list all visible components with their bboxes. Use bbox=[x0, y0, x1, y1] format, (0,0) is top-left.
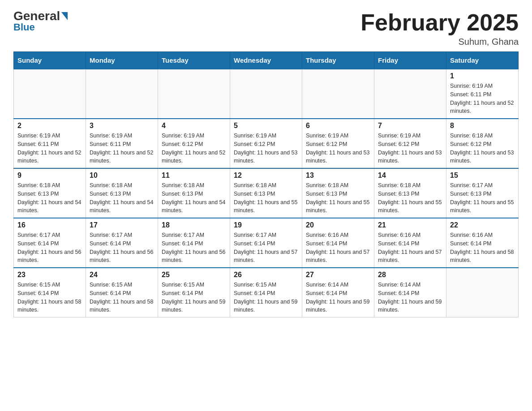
calendar-cell: 1 Sunrise: 6:19 AMSunset: 6:11 PMDayligh… bbox=[446, 69, 519, 119]
day-number: 14 bbox=[378, 171, 442, 180]
day-number: 24 bbox=[90, 271, 154, 279]
calendar-week-row: 9 Sunrise: 6:18 AMSunset: 6:13 PMDayligh… bbox=[14, 168, 519, 218]
calendar-cell: 23 Sunrise: 6:15 AMSunset: 6:14 PMDaylig… bbox=[14, 268, 86, 317]
calendar-cell: 15 Sunrise: 6:17 AMSunset: 6:13 PMDaylig… bbox=[446, 168, 519, 218]
day-number: 5 bbox=[234, 122, 298, 130]
calendar-cell bbox=[86, 69, 158, 119]
day-info: Sunrise: 6:19 AMSunset: 6:12 PMDaylight:… bbox=[306, 132, 370, 165]
day-number: 2 bbox=[17, 122, 82, 130]
day-number: 27 bbox=[306, 271, 370, 279]
calendar-cell: 20 Sunrise: 6:16 AMSunset: 6:14 PMDaylig… bbox=[302, 218, 374, 268]
calendar-cell: 10 Sunrise: 6:18 AMSunset: 6:13 PMDaylig… bbox=[86, 168, 158, 218]
month-title: February 2025 bbox=[360, 9, 519, 36]
calendar-cell: 9 Sunrise: 6:18 AMSunset: 6:13 PMDayligh… bbox=[14, 168, 86, 218]
calendar-header-tuesday: Tuesday bbox=[158, 52, 230, 69]
calendar-cell: 17 Sunrise: 6:17 AMSunset: 6:14 PMDaylig… bbox=[86, 218, 158, 268]
day-number: 19 bbox=[234, 221, 298, 229]
day-number: 4 bbox=[162, 122, 226, 130]
calendar-cell bbox=[14, 69, 86, 119]
calendar-cell: 14 Sunrise: 6:18 AMSunset: 6:13 PMDaylig… bbox=[374, 168, 446, 218]
day-number: 15 bbox=[450, 171, 515, 180]
day-info: Sunrise: 6:18 AMSunset: 6:13 PMDaylight:… bbox=[90, 181, 154, 215]
day-info: Sunrise: 6:18 AMSunset: 6:12 PMDaylight:… bbox=[450, 132, 515, 165]
calendar-cell: 21 Sunrise: 6:16 AMSunset: 6:14 PMDaylig… bbox=[374, 218, 446, 268]
calendar-cell: 12 Sunrise: 6:18 AMSunset: 6:13 PMDaylig… bbox=[230, 168, 302, 218]
calendar-cell: 18 Sunrise: 6:17 AMSunset: 6:14 PMDaylig… bbox=[158, 218, 230, 268]
day-number: 6 bbox=[306, 122, 370, 130]
day-info: Sunrise: 6:17 AMSunset: 6:13 PMDaylight:… bbox=[450, 181, 515, 215]
day-number: 23 bbox=[17, 271, 82, 279]
calendar-cell: 5 Sunrise: 6:19 AMSunset: 6:12 PMDayligh… bbox=[230, 119, 302, 168]
calendar-week-row: 2 Sunrise: 6:19 AMSunset: 6:11 PMDayligh… bbox=[14, 119, 519, 168]
day-number: 26 bbox=[234, 271, 298, 279]
calendar-cell bbox=[446, 268, 519, 317]
day-number: 1 bbox=[450, 72, 515, 80]
day-number: 11 bbox=[162, 171, 226, 180]
day-info: Sunrise: 6:18 AMSunset: 6:13 PMDaylight:… bbox=[162, 181, 226, 215]
calendar-table: SundayMondayTuesdayWednesdayThursdayFrid… bbox=[13, 51, 519, 317]
calendar-header-sunday: Sunday bbox=[14, 52, 86, 69]
logo: General Blue bbox=[13, 9, 68, 33]
day-number: 21 bbox=[378, 221, 442, 229]
day-info: Sunrise: 6:19 AMSunset: 6:11 PMDaylight:… bbox=[90, 132, 154, 165]
calendar-week-row: 23 Sunrise: 6:15 AMSunset: 6:14 PMDaylig… bbox=[14, 268, 519, 317]
day-number: 25 bbox=[162, 271, 226, 279]
calendar-cell: 4 Sunrise: 6:19 AMSunset: 6:12 PMDayligh… bbox=[158, 119, 230, 168]
day-number: 7 bbox=[378, 122, 442, 130]
day-info: Sunrise: 6:19 AMSunset: 6:11 PMDaylight:… bbox=[450, 82, 515, 116]
calendar-cell: 28 Sunrise: 6:14 AMSunset: 6:14 PMDaylig… bbox=[374, 268, 446, 317]
calendar-cell: 27 Sunrise: 6:14 AMSunset: 6:14 PMDaylig… bbox=[302, 268, 374, 317]
day-info: Sunrise: 6:17 AMSunset: 6:14 PMDaylight:… bbox=[17, 231, 82, 265]
page-header: General Blue February 2025 Suhum, Ghana bbox=[13, 9, 519, 47]
calendar-cell: 19 Sunrise: 6:17 AMSunset: 6:14 PMDaylig… bbox=[230, 218, 302, 268]
day-info: Sunrise: 6:15 AMSunset: 6:14 PMDaylight:… bbox=[162, 281, 226, 314]
day-number: 22 bbox=[450, 221, 515, 229]
calendar-cell bbox=[374, 69, 446, 119]
calendar-cell: 3 Sunrise: 6:19 AMSunset: 6:11 PMDayligh… bbox=[86, 119, 158, 168]
day-number: 9 bbox=[17, 171, 82, 180]
calendar-cell: 7 Sunrise: 6:19 AMSunset: 6:12 PMDayligh… bbox=[374, 119, 446, 168]
calendar-cell: 25 Sunrise: 6:15 AMSunset: 6:14 PMDaylig… bbox=[158, 268, 230, 317]
day-info: Sunrise: 6:14 AMSunset: 6:14 PMDaylight:… bbox=[306, 281, 370, 314]
location-label: Suhum, Ghana bbox=[360, 37, 519, 47]
day-info: Sunrise: 6:19 AMSunset: 6:11 PMDaylight:… bbox=[17, 132, 82, 165]
calendar-header-wednesday: Wednesday bbox=[230, 52, 302, 69]
day-info: Sunrise: 6:17 AMSunset: 6:14 PMDaylight:… bbox=[90, 231, 154, 265]
day-number: 12 bbox=[234, 171, 298, 180]
calendar-header-thursday: Thursday bbox=[302, 52, 374, 69]
calendar-header-monday: Monday bbox=[86, 52, 158, 69]
calendar-cell: 11 Sunrise: 6:18 AMSunset: 6:13 PMDaylig… bbox=[158, 168, 230, 218]
day-number: 20 bbox=[306, 221, 370, 229]
calendar-cell: 13 Sunrise: 6:18 AMSunset: 6:13 PMDaylig… bbox=[302, 168, 374, 218]
calendar-cell: 16 Sunrise: 6:17 AMSunset: 6:14 PMDaylig… bbox=[14, 218, 86, 268]
calendar-header-friday: Friday bbox=[374, 52, 446, 69]
calendar-header-row: SundayMondayTuesdayWednesdayThursdayFrid… bbox=[14, 52, 519, 69]
day-info: Sunrise: 6:15 AMSunset: 6:14 PMDaylight:… bbox=[90, 281, 154, 314]
calendar-cell: 8 Sunrise: 6:18 AMSunset: 6:12 PMDayligh… bbox=[446, 119, 519, 168]
day-info: Sunrise: 6:18 AMSunset: 6:13 PMDaylight:… bbox=[378, 181, 442, 215]
day-info: Sunrise: 6:15 AMSunset: 6:14 PMDaylight:… bbox=[17, 281, 82, 314]
calendar-cell bbox=[302, 69, 374, 119]
day-info: Sunrise: 6:18 AMSunset: 6:13 PMDaylight:… bbox=[17, 181, 82, 215]
day-info: Sunrise: 6:16 AMSunset: 6:14 PMDaylight:… bbox=[306, 231, 370, 265]
day-info: Sunrise: 6:19 AMSunset: 6:12 PMDaylight:… bbox=[162, 132, 226, 165]
day-number: 17 bbox=[90, 221, 154, 229]
day-info: Sunrise: 6:15 AMSunset: 6:14 PMDaylight:… bbox=[234, 281, 298, 314]
day-number: 18 bbox=[162, 221, 226, 229]
calendar-cell: 24 Sunrise: 6:15 AMSunset: 6:14 PMDaylig… bbox=[86, 268, 158, 317]
day-info: Sunrise: 6:16 AMSunset: 6:14 PMDaylight:… bbox=[450, 231, 515, 265]
day-info: Sunrise: 6:17 AMSunset: 6:14 PMDaylight:… bbox=[162, 231, 226, 265]
calendar-header-saturday: Saturday bbox=[446, 52, 519, 69]
day-number: 3 bbox=[90, 122, 154, 130]
logo-blue-text: Blue bbox=[13, 21, 35, 33]
day-info: Sunrise: 6:18 AMSunset: 6:13 PMDaylight:… bbox=[234, 181, 298, 215]
calendar-cell bbox=[158, 69, 230, 119]
day-info: Sunrise: 6:19 AMSunset: 6:12 PMDaylight:… bbox=[234, 132, 298, 165]
day-number: 13 bbox=[306, 171, 370, 180]
calendar-cell: 22 Sunrise: 6:16 AMSunset: 6:14 PMDaylig… bbox=[446, 218, 519, 268]
calendar-cell bbox=[230, 69, 302, 119]
day-number: 28 bbox=[378, 271, 442, 279]
calendar-cell: 26 Sunrise: 6:15 AMSunset: 6:14 PMDaylig… bbox=[230, 268, 302, 317]
day-number: 8 bbox=[450, 122, 515, 130]
calendar-cell: 2 Sunrise: 6:19 AMSunset: 6:11 PMDayligh… bbox=[14, 119, 86, 168]
